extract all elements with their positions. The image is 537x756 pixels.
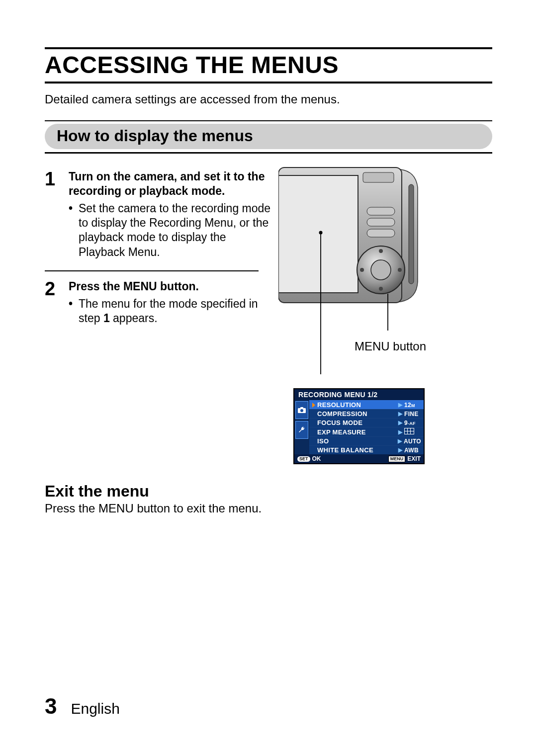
ok-hint: SET OK <box>297 455 321 462</box>
svg-point-8 <box>371 260 391 280</box>
svg-point-9 <box>379 249 383 253</box>
step-1: 1 Turn on the camera, and set it to the … <box>45 166 273 267</box>
menu-row-value: AWB <box>404 447 421 454</box>
svg-point-10 <box>379 287 383 291</box>
step-2: 2 Press the MENU button. • The menu for … <box>45 275 273 334</box>
bullet-icon: • <box>69 201 74 260</box>
submenu-arrow-icon: ▶ <box>398 438 402 444</box>
menu-selection-pointer-icon <box>312 403 315 408</box>
menu-footer: SET OK MENU EXIT <box>294 454 424 463</box>
menu-row-label: WHITE BALANCE <box>317 446 396 454</box>
exit-hint: MENU EXIT <box>388 455 421 462</box>
wrench-tab-icon <box>295 421 308 439</box>
camera-tab-icon <box>295 401 308 419</box>
step-detail-text: The menu for the mode specified in step … <box>79 297 273 326</box>
step-detail: • Set the camera to the recording mode t… <box>69 201 273 260</box>
ok-label: OK <box>312 455 321 462</box>
svg-point-12 <box>398 268 402 272</box>
menu-tabs <box>294 400 309 454</box>
svg-rect-6 <box>367 229 395 237</box>
menu-row-label: ISO <box>317 437 396 445</box>
multi-metering-icon <box>404 428 414 434</box>
rule <box>45 82 492 84</box>
recording-menu-panel: RECORDING MENU 1/2 RESOLUTION <box>293 388 425 464</box>
submenu-arrow-icon: ▶ <box>398 420 402 426</box>
submenu-arrow-icon: ▶ <box>398 447 402 453</box>
menu-chip-icon: MENU <box>388 456 406 462</box>
exit-menu-heading: Exit the menu <box>45 482 492 501</box>
menu-row-white-balance: WHITE BALANCE ▶ AWB <box>309 445 424 454</box>
rule <box>45 120 492 121</box>
menu-row-compression: COMPRESSION ▶ FINE <box>309 409 424 418</box>
step-heading: Press the MENU button. <box>69 279 273 294</box>
svg-rect-17 <box>300 407 303 409</box>
menu-button-callout: MENU button <box>348 339 433 353</box>
exit-label: EXIT <box>407 455 421 462</box>
camera-illustration <box>278 166 433 315</box>
steps-column: 1 Turn on the camera, and set it to the … <box>45 166 273 334</box>
page-title: ACCESSING THE MENUS <box>45 51 492 79</box>
menu-row-iso: ISO ▶ AUTO <box>309 436 424 445</box>
menu-row-value: FINE <box>404 411 421 418</box>
svg-rect-2 <box>278 175 358 293</box>
svg-rect-3 <box>363 172 394 182</box>
menu-row-focus-mode: FOCUS MODE ▶ 9-AF <box>309 418 424 427</box>
menu-row-value: 9-AF <box>404 420 421 426</box>
rule <box>45 152 492 154</box>
menu-row-value <box>404 428 421 436</box>
step-detail: • The menu for the mode specified in ste… <box>69 297 273 326</box>
figure-column: MENU button RECORDING MENU 1/2 <box>278 166 433 464</box>
menu-row-exp-measure: EXP MEASURE ▶ <box>309 427 424 436</box>
menu-row-label: COMPRESSION <box>317 410 396 418</box>
set-chip-icon: SET <box>297 456 310 462</box>
menu-row-label: FOCUS MODE <box>317 419 396 426</box>
bullet-icon: • <box>69 297 74 326</box>
menu-row-value: 12M <box>404 402 421 409</box>
menu-row-label: EXP MEASURE <box>317 428 396 436</box>
svg-point-18 <box>300 409 303 412</box>
svg-point-11 <box>360 268 364 272</box>
submenu-arrow-icon: ▶ <box>398 429 402 435</box>
menu-row-label: RESOLUTION <box>317 401 396 409</box>
page-footer: 3 English <box>45 694 120 719</box>
menu-row-resolution: RESOLUTION ▶ 12M <box>309 400 424 409</box>
intro-text: Detailed camera settings are accessed fr… <box>45 92 492 106</box>
manual-page: ACCESSING THE MENUS Detailed camera sett… <box>0 0 537 756</box>
submenu-arrow-icon: ▶ <box>398 411 402 417</box>
rule <box>45 47 492 49</box>
step-heading: Turn on the camera, and set it to the re… <box>69 169 273 198</box>
page-language: English <box>71 700 119 717</box>
section-heading: How to display the menus <box>45 124 492 149</box>
recording-menu-title: RECORDING MENU 1/2 <box>294 389 424 400</box>
step-number: 1 <box>45 169 60 188</box>
step-number: 2 <box>45 279 60 298</box>
menu-row-value: AUTO <box>404 438 421 445</box>
exit-menu-text: Press the MENU button to exit the menu. <box>45 502 492 515</box>
steps-area: 1 Turn on the camera, and set it to the … <box>45 166 492 464</box>
submenu-arrow-icon: ▶ <box>398 402 402 408</box>
svg-rect-4 <box>367 207 395 215</box>
svg-rect-5 <box>367 218 395 226</box>
step-detail-text: Set the camera to the recording mode to … <box>79 201 273 260</box>
rule <box>45 270 259 271</box>
svg-rect-0 <box>409 184 414 284</box>
page-number: 3 <box>45 694 57 719</box>
menu-rows: RESOLUTION ▶ 12M COMPRESSION ▶ FINE <box>309 400 424 454</box>
